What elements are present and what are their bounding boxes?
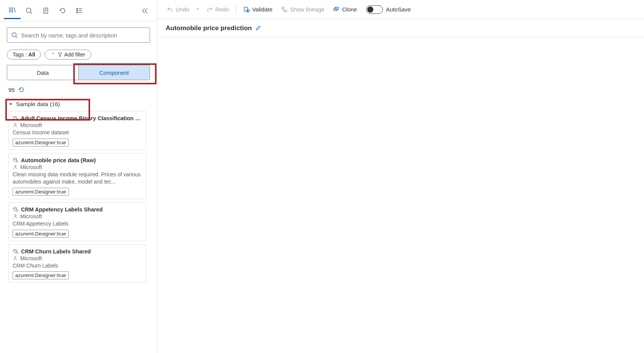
add-filter-pill[interactable]: Add filter <box>45 50 91 60</box>
section-sample-data[interactable]: Sample data (16) <box>7 97 150 111</box>
tab-data[interactable]: Data <box>7 65 78 80</box>
svg-point-4 <box>77 12 78 13</box>
undo-dropdown-icon[interactable] <box>194 6 202 13</box>
left-toolbar <box>0 0 157 21</box>
library-tab-icon[interactable] <box>4 2 21 19</box>
tags-filter-pill[interactable]: Tags : All <box>7 50 41 60</box>
clipboard-tab-icon[interactable] <box>37 2 54 19</box>
svg-point-13 <box>16 210 18 211</box>
tags-label: Tags : <box>13 52 27 58</box>
asset-library-panel: Tags : All Add filter Data Component 95 … <box>0 0 157 353</box>
top-toolbar: Undo Redo Validate Show lineage Clone Au… <box>157 0 644 19</box>
svg-point-16 <box>16 251 18 253</box>
dataset-icon <box>13 157 19 163</box>
asset-card[interactable]: Automobile price data (Raw) Microsoft Cl… <box>8 153 146 199</box>
card-author: Microsoft <box>20 213 42 219</box>
card-list: Adult Census Income Binary Classificatio… <box>7 111 148 290</box>
card-tag: azureml.Designer:true <box>13 271 69 279</box>
steps-tab-icon[interactable] <box>71 2 88 19</box>
pipeline-title: Automobile price prediction <box>166 24 252 32</box>
validate-label: Validate <box>252 6 273 13</box>
section-title: Sample data (16) <box>16 101 60 107</box>
card-author: Microsoft <box>20 164 42 170</box>
svg-point-8 <box>15 123 16 125</box>
asset-type-tabs: Data Component <box>7 65 150 80</box>
svg-point-14 <box>15 214 16 216</box>
asset-card[interactable]: CRM Churn Labels Shared Microsoft CRM Ch… <box>8 244 146 283</box>
asset-search-input[interactable] <box>21 32 146 39</box>
svg-point-12 <box>13 207 16 209</box>
left-body: Tags : All Add filter Data Component 95 … <box>0 21 157 353</box>
chevron-down-icon <box>8 102 13 106</box>
dataset-icon <box>13 248 19 255</box>
add-filter-label: Add filter <box>64 52 85 58</box>
pipeline-title-row: Automobile price prediction <box>157 19 644 37</box>
svg-point-7 <box>16 118 18 120</box>
card-title: CRM Churn Labels Shared <box>21 248 91 255</box>
show-lineage-button[interactable]: Show lineage <box>277 4 328 15</box>
lineage-label: Show lineage <box>290 6 324 13</box>
card-tag: azureml.Designer:true <box>13 188 69 196</box>
refresh-tab-icon[interactable] <box>54 2 71 19</box>
card-title: CRM Appetency Labels Shared <box>21 206 103 213</box>
tab-component[interactable]: Component <box>79 65 150 80</box>
undo-label: Undo <box>176 6 189 13</box>
result-count-row: 95 <box>7 85 150 97</box>
card-description: CRM Churn Labels <box>13 262 142 269</box>
svg-point-17 <box>15 256 16 258</box>
svg-point-3 <box>77 10 78 11</box>
svg-rect-21 <box>285 10 287 12</box>
asset-card[interactable]: Adult Census Income Binary Classificatio… <box>8 111 146 150</box>
svg-point-5 <box>12 33 16 37</box>
card-scroll-area[interactable]: Adult Census Income Binary Classificatio… <box>7 111 150 353</box>
svg-point-6 <box>13 116 16 118</box>
asset-card[interactable]: CRM Appetency Labels Shared Microsoft CR… <box>8 202 146 241</box>
card-tag: azureml.Designer:true <box>13 230 69 238</box>
tags-value: All <box>28 52 35 58</box>
svg-point-11 <box>15 165 16 167</box>
edit-icon[interactable] <box>255 25 261 31</box>
undo-button[interactable]: Undo <box>163 4 193 15</box>
card-author: Microsoft <box>20 255 42 261</box>
pipeline-canvas[interactable] <box>157 37 644 353</box>
asset-search-box[interactable] <box>7 27 150 43</box>
card-description: CRM Appetency Labels <box>13 220 142 227</box>
svg-rect-18 <box>244 7 247 11</box>
dataset-icon <box>13 206 19 213</box>
svg-point-0 <box>26 8 31 13</box>
toolbar-divider <box>236 5 236 15</box>
card-description: Clean missing data module required. Pric… <box>13 171 142 185</box>
card-author: Microsoft <box>20 122 42 128</box>
redo-button[interactable]: Redo <box>202 4 233 15</box>
result-count: 95 <box>8 87 15 93</box>
svg-point-2 <box>77 8 78 9</box>
person-icon <box>13 123 18 128</box>
card-description: Census Income dataset <box>13 129 142 136</box>
autosave-label: AutoSave <box>386 6 411 13</box>
autosave-toggle[interactable] <box>366 5 383 14</box>
refresh-icon[interactable] <box>18 86 25 93</box>
card-title: Adult Census Income Binary Classificatio… <box>21 115 142 121</box>
clone-label: Clone <box>342 6 357 13</box>
search-tab-icon[interactable] <box>21 2 37 19</box>
person-icon <box>13 256 18 261</box>
svg-rect-20 <box>282 7 284 9</box>
clone-button[interactable]: Clone <box>329 4 361 15</box>
dataset-icon <box>13 115 18 121</box>
person-icon <box>13 164 18 170</box>
svg-point-9 <box>13 158 16 160</box>
svg-point-10 <box>16 160 18 162</box>
person-icon <box>13 214 18 219</box>
validate-button[interactable]: Validate <box>239 4 276 15</box>
svg-point-15 <box>13 249 16 251</box>
canvas-panel: Undo Redo Validate Show lineage Clone Au… <box>157 0 644 353</box>
card-title: Automobile price data (Raw) <box>21 157 96 163</box>
collapse-panel-icon[interactable] <box>136 2 153 19</box>
redo-label: Redo <box>215 6 229 13</box>
filter-row: Tags : All Add filter <box>7 50 150 60</box>
card-tag: azureml.Designer:true <box>13 139 69 147</box>
